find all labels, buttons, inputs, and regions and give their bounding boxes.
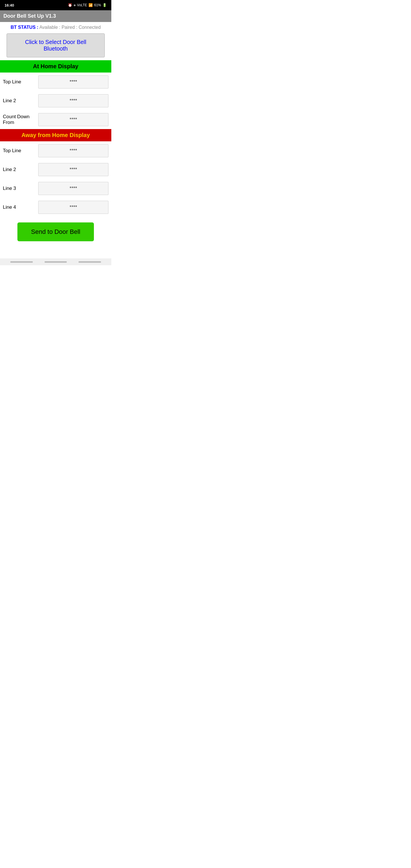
status-time: 16:40	[5, 3, 14, 7]
at-home-top-line-input[interactable]	[38, 75, 108, 89]
at-home-top-line-label: Top Line	[3, 79, 38, 85]
battery-icon: 🔋	[102, 3, 107, 7]
wifi-icon: 📶	[89, 3, 93, 7]
away-line4-input[interactable]	[38, 201, 108, 214]
at-home-countdown-row: Count Down From	[0, 110, 111, 129]
select-bluetooth-button[interactable]: Click to Select Door Bell Bluetooth	[6, 33, 104, 57]
bluetooth-icon: ⎈	[74, 3, 76, 7]
away-line2-label: Line 2	[3, 167, 38, 173]
status-icons: ⏰ ⎈ VoLTE 📶 61% 🔋	[68, 3, 107, 7]
bt-status-value: Available : Paired : Connected	[39, 25, 101, 30]
away-line3-input[interactable]	[38, 182, 108, 195]
at-home-countdown-input[interactable]	[38, 113, 108, 126]
at-home-countdown-label: Count Down From	[3, 114, 38, 125]
alarm-icon: ⏰	[68, 3, 72, 7]
away-line3-label: Line 3	[3, 186, 38, 191]
away-top-line-input[interactable]	[38, 144, 108, 157]
app-title-bar: Door Bell Set Up V1.3	[0, 10, 111, 22]
battery-level: 61%	[94, 3, 101, 7]
away-section-header: Away from Home Display	[0, 129, 111, 141]
bt-status-label: BT STATUS :	[10, 25, 38, 30]
away-line2-input[interactable]	[38, 163, 108, 176]
bottom-nav-bar	[0, 258, 111, 265]
away-top-line-label: Top Line	[3, 148, 38, 154]
bt-status-row: BT STATUS : Available : Paired : Connect…	[0, 22, 111, 32]
away-line4-label: Line 4	[3, 205, 38, 210]
signal-icon: VoLTE	[77, 3, 87, 7]
app-title: Door Bell Set Up V1.3	[3, 13, 56, 19]
main-content: At Home Display Top Line Line 2 Count Do…	[0, 60, 111, 241]
nav-pill-right	[78, 261, 101, 263]
away-line3-row: Line 3	[0, 179, 111, 198]
at-home-section-header: At Home Display	[0, 60, 111, 72]
away-top-line-row: Top Line	[0, 141, 111, 160]
at-home-line2-row: Line 2	[0, 91, 111, 110]
nav-pill-left	[10, 261, 33, 263]
away-line2-row: Line 2	[0, 160, 111, 179]
nav-pill-center	[44, 261, 67, 263]
at-home-top-line-row: Top Line	[0, 72, 111, 91]
at-home-line2-label: Line 2	[3, 98, 38, 104]
send-to-doorbell-button[interactable]: Send to Door Bell	[18, 222, 94, 241]
at-home-line2-input[interactable]	[38, 94, 108, 107]
status-bar: 16:40 ⏰ ⎈ VoLTE 📶 61% 🔋	[0, 0, 111, 10]
away-line4-row: Line 4	[0, 198, 111, 217]
